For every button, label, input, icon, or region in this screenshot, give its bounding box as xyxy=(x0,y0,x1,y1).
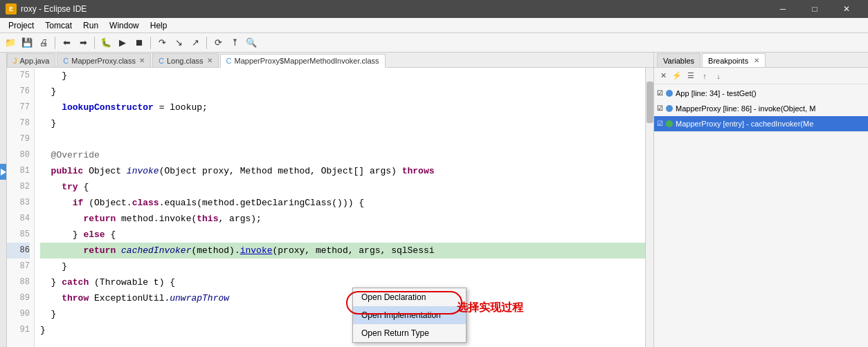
code-line-88: } catch (Throwable t) { xyxy=(40,274,645,290)
editor-panel: J App.java C MapperProxy.class ✕ C Long.… xyxy=(7,53,653,347)
toolbar-step-into[interactable]: ↘ xyxy=(171,35,186,50)
ln-88: 88 xyxy=(7,274,30,290)
debug-item-1[interactable]: ☑ MapperProxy [line: 86] - invoke(Object… xyxy=(654,101,868,116)
menu-tomcat[interactable]: Tomcat xyxy=(39,19,78,32)
ln-83: 83 xyxy=(7,195,30,211)
code-line-82: try { xyxy=(40,179,645,195)
ln-80: 80 ● xyxy=(7,147,30,163)
toolbar-btn-3[interactable]: 🖨 xyxy=(36,35,51,50)
bp-toolbar-btn-5[interactable]: ↓ xyxy=(712,70,725,82)
class-icon-2: C xyxy=(159,57,164,65)
tab-breakpoints[interactable]: Breakpoints ✕ xyxy=(702,53,766,67)
toolbar-sep-3 xyxy=(150,37,151,49)
app-icon: E xyxy=(6,3,17,15)
ln-90: 90 xyxy=(7,306,30,322)
ln-76: 76 xyxy=(7,84,30,100)
ln-87: 87 xyxy=(7,259,30,274)
toolbar-btn-1[interactable]: 📁 xyxy=(3,35,18,50)
arrow-icon xyxy=(1,169,6,176)
code-line-87: } xyxy=(40,259,645,274)
ctx-open-return-type[interactable]: Open Return Type xyxy=(353,324,466,342)
editor-scrollbar[interactable] xyxy=(645,68,653,347)
menu-project[interactable]: Project xyxy=(3,19,39,32)
code-line-77: lookupConstructor = lookup; xyxy=(40,100,645,115)
right-tab-bar: Variables Breakpoints ✕ xyxy=(654,53,868,68)
scroll-thumb[interactable] xyxy=(647,82,653,123)
main-container: J App.java C MapperProxy.class ✕ C Long.… xyxy=(0,53,868,347)
bp-toolbar-btn-1[interactable]: ✕ xyxy=(657,70,669,82)
debug-item-0[interactable]: ☑ App [line: 34] - testGet() xyxy=(654,86,868,101)
bp-toolbar-btn-3[interactable]: ☰ xyxy=(685,70,697,82)
tab-bar: J App.java C MapperProxy.class ✕ C Long.… xyxy=(7,53,653,68)
tab-close-1[interactable]: ✕ xyxy=(139,57,145,64)
minimize-button[interactable]: ─ xyxy=(767,0,799,18)
ln-91: 91 xyxy=(7,322,30,338)
close-button[interactable]: ✕ xyxy=(831,0,862,18)
ln-81: 81 xyxy=(7,163,30,179)
breakpoints-close[interactable]: ✕ xyxy=(754,57,759,64)
toolbar-sep-2 xyxy=(94,37,95,49)
class-icon-3: C xyxy=(226,57,232,65)
bp-dot-1 xyxy=(666,105,673,112)
menu-bar: Project Tomcat Run Window Help xyxy=(0,18,868,33)
tab-mapperinvoker[interactable]: C MapperProxy$MapperMethodInvoker.class xyxy=(220,54,386,68)
code-line-90: } xyxy=(40,306,645,322)
ln-75: 75 xyxy=(7,68,30,84)
tab-long[interactable]: C Long.class ✕ xyxy=(152,53,219,67)
tab-appjava[interactable]: J App.java xyxy=(7,53,55,67)
bp-dot-2 xyxy=(666,120,673,127)
toolbar: 📁 💾 🖨 ⬅ ➡ 🐛 ▶ ⏹ ↷ ↘ ↗ ⟳ ⤒ 🔍 xyxy=(0,33,868,53)
ln-86: 86 xyxy=(7,243,30,259)
toolbar-stop[interactable]: ⏹ xyxy=(132,35,147,50)
toolbar-search[interactable]: 🔍 xyxy=(244,35,259,50)
check-icon-1: ☑ xyxy=(657,101,663,116)
code-area[interactable]: 75 76 77 78 79 80 ● 81 82 83 84 85 86 87… xyxy=(7,68,653,347)
tab-mapperproxy[interactable]: C MapperProxy.class ✕ xyxy=(57,53,151,67)
menu-window[interactable]: Window xyxy=(104,19,145,32)
ln-82: 82 xyxy=(7,179,30,195)
code-line-84: return method.invoke(this, args); xyxy=(40,211,645,227)
menu-run[interactable]: Run xyxy=(78,19,104,32)
toolbar-debug[interactable]: 🐛 xyxy=(98,35,114,50)
bp-toolbar-btn-4[interactable]: ↑ xyxy=(698,70,711,82)
line-numbers: 75 76 77 78 79 80 ● 81 82 83 84 85 86 87… xyxy=(7,68,35,347)
breakpoint-arrow xyxy=(0,164,6,180)
debug-tree: ☑ App [line: 34] - testGet() ☑ MapperPro… xyxy=(654,84,868,347)
ctx-open-declaration[interactable]: Open Declaration xyxy=(353,288,466,306)
code-line-86: return cachedInvoker(method).invoke(prox… xyxy=(40,243,645,259)
debug-item-2[interactable]: ☑ MapperProxy [entry] - cachedInvoker(Me xyxy=(654,116,868,131)
check-icon-2: ☑ xyxy=(657,116,663,131)
menu-help[interactable]: Help xyxy=(145,19,173,32)
code-line-91: } xyxy=(40,322,645,338)
window-controls: ─ □ ✕ xyxy=(767,0,862,18)
toolbar-step-out[interactable]: ↗ xyxy=(188,35,203,50)
code-line-78: } xyxy=(40,115,645,131)
ctx-open-implementation[interactable]: Open Implementation xyxy=(353,306,466,324)
toolbar-step-over[interactable]: ↷ xyxy=(154,35,170,50)
maximize-button[interactable]: □ xyxy=(799,0,831,18)
code-line-81: public Object invoke(Object proxy, Metho… xyxy=(40,163,645,179)
right-toolbar: ✕ ⚡ ☰ ↑ ↓ xyxy=(654,68,868,84)
code-line-76: } xyxy=(40,84,645,100)
tab-close-2[interactable]: ✕ xyxy=(207,57,213,64)
bp-toolbar-btn-2[interactable]: ⚡ xyxy=(671,70,683,82)
toolbar-btn-extra2[interactable]: ⤒ xyxy=(227,35,242,50)
code-line-79 xyxy=(40,131,645,147)
toolbar-run[interactable]: ▶ xyxy=(115,35,130,50)
ln-78: 78 xyxy=(7,115,30,131)
window-title: roxy - Eclipse IDE xyxy=(21,4,87,14)
context-menu: Open Declaration Open Implementation Ope… xyxy=(352,288,467,343)
toolbar-btn-5[interactable]: ➡ xyxy=(75,35,91,50)
java-icon: J xyxy=(13,57,17,65)
bp-dot-0 xyxy=(666,90,673,97)
right-panel: Variables Breakpoints ✕ ✕ ⚡ ☰ ↑ ↓ ☑ App … xyxy=(653,53,868,347)
tab-variables[interactable]: Variables xyxy=(657,53,700,67)
toolbar-btn-extra1[interactable]: ⟳ xyxy=(210,35,226,50)
left-gutter xyxy=(0,53,7,347)
code-line-85: } else { xyxy=(40,227,645,243)
toolbar-btn-4[interactable]: ⬅ xyxy=(59,35,74,50)
toolbar-sep-1 xyxy=(55,37,55,49)
toolbar-btn-2[interactable]: 💾 xyxy=(19,35,35,50)
ln-79: 79 xyxy=(7,131,30,147)
ln-89: 89 xyxy=(7,290,30,306)
